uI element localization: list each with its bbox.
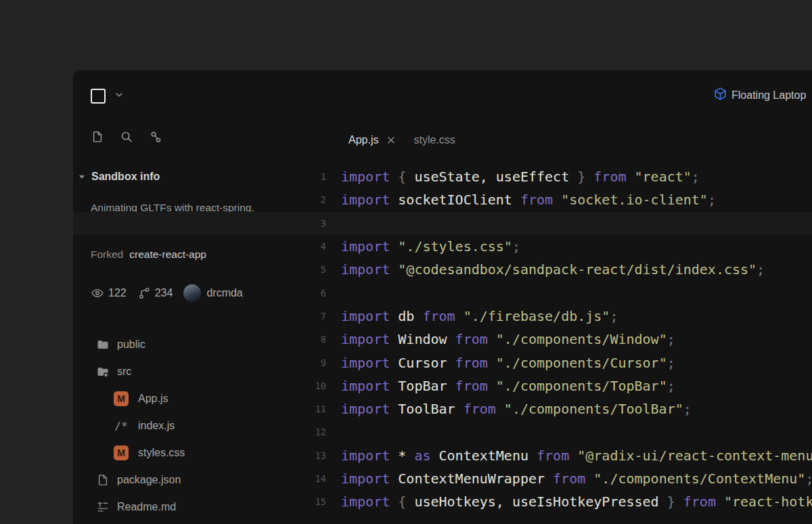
- code-text: import { useState, useEffect } from "rea…: [341, 169, 700, 185]
- line-number: 8: [73, 334, 326, 345]
- logo-square-icon: [91, 89, 106, 104]
- code-line[interactable]: 15import { useHotkeys, useIsHotkeyPresse…: [73, 490, 812, 513]
- line-number: 14: [73, 473, 326, 484]
- tab-app-js[interactable]: App.js: [348, 134, 396, 146]
- code-text: import db from "./firebase/db.js";: [341, 308, 618, 324]
- code-text: import socketIOClient from "socket.io-cl…: [341, 192, 716, 208]
- code-text: import "@codesandbox/sandpack-react/dist…: [341, 261, 765, 278]
- code-line[interactable]: 3: [73, 212, 812, 235]
- code-line[interactable]: 9import Cursor from "./components/Cursor…: [73, 351, 812, 374]
- line-number: 9: [73, 357, 326, 368]
- codesandbox-cube-icon: [713, 87, 727, 104]
- code-text: import * as ContextMenu from "@radix-ui/…: [341, 447, 812, 464]
- code-line[interactable]: 10import TopBar from "./components/TopBa…: [73, 374, 812, 397]
- line-number: 13: [73, 450, 326, 461]
- sandbox-title: Floating Laptop: [713, 87, 806, 104]
- code-line[interactable]: 13import * as ContextMenu from "@radix-u…: [73, 444, 812, 467]
- close-icon[interactable]: [386, 135, 396, 145]
- app-logo-button[interactable]: [91, 88, 107, 104]
- code-line[interactable]: 7import db from "./firebase/db.js";: [73, 305, 812, 328]
- line-number: 5: [73, 264, 326, 275]
- code-text: import ToolBar from "./components/ToolBa…: [341, 401, 692, 417]
- code-line[interactable]: 4import "./styles.css";: [73, 235, 812, 258]
- code-text: import Cursor from "./components/Cursor"…: [341, 355, 675, 371]
- code-text: import { useHotkeys, useIsHotkeyPressed …: [341, 494, 812, 510]
- line-number: 4: [73, 241, 326, 252]
- fork-panel-icon[interactable]: [149, 130, 162, 144]
- line-number: 7: [73, 311, 326, 322]
- sidebar-toolbar: [91, 130, 162, 144]
- line-number: 11: [73, 403, 326, 414]
- code-text: import ContextMenuWrapper from "./compon…: [341, 471, 812, 487]
- tab-style-css[interactable]: style.css: [413, 134, 455, 146]
- line-number: 10: [73, 380, 326, 391]
- line-number: 12: [73, 427, 326, 437]
- code-line[interactable]: 8import Window from "./components/Window…: [73, 328, 812, 351]
- line-number: 1: [73, 171, 326, 182]
- code-line[interactable]: 6: [73, 281, 812, 304]
- editor-window: Floating Laptop Sandbox info Animating G…: [73, 70, 812, 524]
- code-line[interactable]: 11import ToolBar from "./components/Tool…: [73, 397, 812, 420]
- sandbox-title-text: Floating Laptop: [731, 89, 806, 102]
- chevron-down-icon[interactable]: [114, 89, 125, 100]
- search-icon[interactable]: [120, 130, 133, 144]
- tab-label: App.js: [348, 134, 378, 146]
- code-editor[interactable]: 1import { useState, useEffect } from "re…: [73, 165, 812, 513]
- line-number: 15: [73, 496, 326, 507]
- line-number: 3: [73, 218, 326, 229]
- tab-bar: App.jsstyle.css: [348, 130, 455, 150]
- tab-label: style.css: [413, 134, 455, 146]
- code-text: import "./styles.css";: [341, 238, 520, 255]
- code-line[interactable]: 12: [73, 420, 812, 443]
- code-line[interactable]: 2import socketIOClient from "socket.io-c…: [73, 188, 812, 211]
- line-number: 2: [73, 194, 326, 205]
- code-line[interactable]: 1import { useState, useEffect } from "re…: [73, 165, 812, 188]
- files-panel-icon[interactable]: [91, 130, 104, 144]
- code-line[interactable]: 5import "@codesandbox/sandpack-react/dis…: [73, 258, 812, 281]
- code-text: import Window from "./components/Window"…: [341, 331, 675, 347]
- code-line[interactable]: 14import ContextMenuWrapper from "./comp…: [73, 467, 812, 490]
- code-text: import TopBar from "./components/TopBar"…: [341, 378, 675, 394]
- line-number: 6: [73, 288, 326, 299]
